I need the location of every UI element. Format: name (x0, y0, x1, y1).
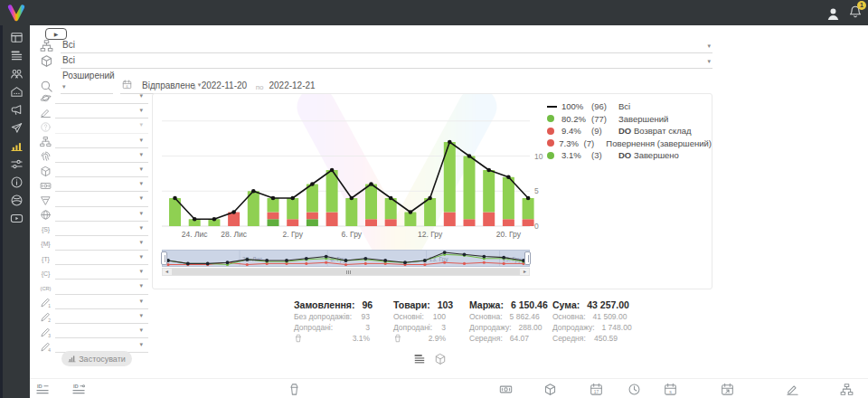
sidebar-item-warehouse[interactable] (6, 85, 26, 99)
filter-value (55, 163, 148, 177)
chevron-down-icon: ▾ (139, 92, 143, 100)
stats-header-value: 6 150.46 (511, 299, 548, 310)
scroll-left-arrow[interactable]: ◄ (163, 269, 171, 275)
date-to-input[interactable]: 2022-12-21 (267, 81, 319, 94)
id-products-icon[interactable]: ID (72, 383, 86, 396)
sidebar-item-info[interactable] (6, 175, 26, 189)
sidebar-item-integrations[interactable] (6, 194, 26, 207)
user-avatar[interactable] (826, 6, 841, 22)
svg-text:ID: ID (73, 384, 79, 389)
filter-select-planet[interactable]: ▾ (40, 90, 148, 104)
sidebar-item-orders-list[interactable] (6, 49, 26, 62)
calendar-date-icon[interactable]: 17 (590, 383, 603, 396)
sidebar-item-settings-sliders[interactable] (6, 157, 26, 171)
filter-select-custom-field-1[interactable]: 1▾ (40, 295, 148, 309)
scroll-right-arrow[interactable]: ► (521, 269, 529, 275)
chevron-down-icon: ▾ (139, 312, 143, 319)
svg-text:4: 4 (48, 348, 51, 353)
chart-range-navigator[interactable]: 28. Лис6. Гру13. Гру19. Гру (162, 250, 530, 267)
range-handle-left[interactable] (161, 251, 167, 265)
filter-value (55, 265, 148, 280)
sidebar-item-promotion[interactable] (6, 103, 26, 117)
chevron-down-icon: ▾ (139, 180, 143, 187)
filter-select-custom-field-3[interactable]: 3▾ (40, 324, 148, 338)
chevron-down-icon: ▾ (139, 253, 143, 261)
analytics-icon (10, 139, 24, 153)
cup-icon (294, 334, 303, 343)
filter-select-package[interactable]: ▾ (40, 163, 148, 177)
orders-list-icon (10, 49, 24, 62)
chart-legend: 100%(96)Всі80.2%(77)Завершений9.4%(9)DO … (547, 100, 712, 162)
legend-item[interactable]: 9.4%(9)DO Возврат склад (547, 125, 712, 137)
package-icon[interactable] (543, 383, 557, 396)
apply-filters-button[interactable]: Застосувати (61, 351, 132, 366)
filter-select-globe[interactable]: ▾ (40, 207, 148, 222)
promotion-icon (10, 103, 24, 117)
custom-field-1-icon: 1 (40, 296, 52, 308)
notifications-bell[interactable]: 1 (848, 5, 863, 23)
package-view-icon[interactable] (434, 353, 447, 365)
legend-percent: 100% (561, 101, 591, 111)
id-orders-icon[interactable]: ID (36, 383, 50, 396)
chart-scrollbar[interactable]: ◄ ► (162, 268, 530, 276)
filter-select-custom-field-2[interactable]: 2▾ (40, 309, 148, 324)
dashboard-icon (10, 31, 24, 44)
filter-select-brace-m[interactable]: {M}▾ (40, 236, 148, 251)
clock-icon[interactable] (627, 383, 641, 396)
svg-text:{CR}: {CR} (41, 286, 52, 291)
calendar-day-icon[interactable]: s (664, 383, 677, 396)
legend-item[interactable]: 7.3%(7)Повернення (завершений) (547, 137, 712, 150)
sidebar-item-customers[interactable] (6, 67, 26, 81)
legend-item[interactable]: 3.1%(3)DO Завершено (547, 149, 712, 162)
svg-text:{T}: {T} (42, 256, 51, 263)
sitemap-icon[interactable] (840, 383, 854, 396)
chart-icon (68, 355, 76, 363)
chart-card: 051024. Лис28. Лис2. Гру6. Гру12. Гру20.… (152, 93, 712, 289)
globe-icon (40, 208, 52, 220)
svg-text:2: 2 (48, 319, 51, 324)
source-filter-select[interactable]: Всі ▾ (61, 40, 712, 53)
app-logo[interactable] (6, 3, 26, 23)
sidebar-item-analytics[interactable] (6, 139, 26, 153)
filter-select-brace-c[interactable]: {C}▾ (40, 265, 148, 280)
legend-item[interactable]: 100%(96)Всі (547, 100, 712, 113)
legend-item[interactable]: 80.2%(77)Завершений (547, 113, 712, 126)
stats-row: Основні:100 (393, 311, 446, 322)
banknote-icon[interactable] (499, 383, 513, 396)
stats-row-label: Середня: (552, 334, 586, 343)
stats-header-label: Товари: (393, 299, 430, 310)
scrollbar-thumb[interactable] (172, 269, 520, 275)
filter-select-brace-t[interactable]: {T}▾ (40, 251, 148, 265)
filter-select-question[interactable]: ▾ (40, 118, 148, 133)
stats-row-label: Допродані: (393, 323, 432, 332)
summary-stats: Замовлення:96Без допродажів:93Допродані:… (294, 298, 618, 344)
navigator-mini-chart: 28. Лис6. Гру13. Гру19. Гру (163, 251, 529, 266)
sidebar-item-dashboard[interactable] (6, 31, 26, 44)
stats-header-label: Замовлення: (294, 299, 354, 310)
filter-select-brace-cr[interactable]: {CR}▾ (40, 280, 148, 294)
filter-select-banknote[interactable]: ▾ (40, 177, 148, 192)
chevron-down-icon: ▾ (139, 194, 143, 202)
stats-header-value: 43 257.00 (587, 299, 629, 310)
range-handle-right[interactable] (524, 251, 531, 265)
question-icon (40, 120, 52, 132)
search-mode-value: Розширений (62, 71, 115, 81)
filter-select-sitemap[interactable]: ▾ (40, 134, 148, 148)
calendar-export-icon[interactable] (721, 383, 734, 396)
brace-c-icon: {C} (40, 267, 52, 279)
legend-dot-marker (547, 115, 561, 122)
legend-count: (7) (584, 138, 607, 148)
list-view-icon[interactable] (413, 353, 426, 365)
filter-select-signature[interactable]: ▾ (40, 104, 148, 118)
svg-text:5: 5 (534, 186, 539, 195)
filter-select-funnel[interactable]: ▾ (40, 192, 148, 206)
sidebar-item-video-tutorials[interactable] (6, 212, 26, 225)
sidebar-item-send[interactable] (6, 121, 26, 135)
category-filter-select[interactable]: Всі ▾ (61, 55, 712, 69)
cup-icon[interactable] (288, 383, 301, 396)
signature-icon[interactable] (786, 383, 799, 396)
legend-label: Всі (618, 101, 630, 111)
date-from-input[interactable]: 2022-11-20 (200, 81, 252, 94)
filter-select-fingerprint[interactable]: ▾ (40, 148, 148, 163)
filter-select-brace-s[interactable]: {S}▾ (40, 222, 148, 236)
